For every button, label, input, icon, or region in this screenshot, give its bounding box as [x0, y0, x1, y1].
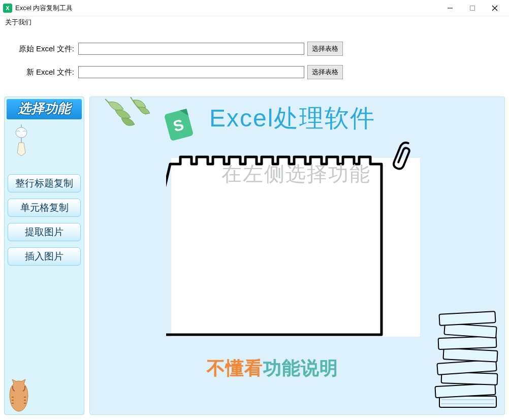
sidebar-btn-copy-cell[interactable]: 单元格复制	[8, 199, 81, 217]
content-placeholder: 在左侧选择功能	[164, 160, 428, 188]
new-file-row: 新 Excel 文件: 选择表格	[12, 65, 497, 79]
wind-chime-icon	[13, 124, 30, 155]
footer-part1: 不懂看	[207, 358, 263, 378]
file-picker-area: 原始 Excel 文件: 选择表格 新 Excel 文件: 选择表格	[0, 28, 509, 96]
excel-file-icon: S	[161, 107, 197, 145]
books-icon	[424, 305, 500, 411]
content-panel: S Excel处理软件 在左侧选择功能 不懂看功能说明	[89, 96, 505, 415]
new-file-browse-button[interactable]: 选择表格	[307, 65, 343, 79]
original-file-row: 原始 Excel 文件: 选择表格	[12, 42, 497, 56]
menu-about[interactable]: 关于我们	[2, 17, 35, 28]
svg-rect-12	[438, 336, 497, 349]
titlebar: X Excel 内容复制工具	[0, 0, 509, 16]
sidebar-btn-copy-row-title[interactable]: 整行标题复制	[8, 174, 81, 192]
svg-point-4	[16, 127, 27, 138]
original-file-label: 原始 Excel 文件:	[12, 44, 78, 54]
minimize-button[interactable]	[439, 1, 461, 15]
sidebar-btn-extract-image[interactable]: 提取图片	[8, 223, 81, 241]
maximize-button[interactable]	[461, 1, 484, 15]
cat-icon	[7, 377, 31, 412]
close-button[interactable]	[484, 1, 506, 15]
sidebar: 选择功能 整行标题复制 单元格复制 提取图片 插入图片	[4, 96, 84, 415]
svg-rect-7	[439, 396, 496, 407]
new-file-label: 新 Excel 文件:	[12, 68, 78, 77]
content-footer: 不懂看功能说明	[207, 356, 338, 381]
svg-rect-1	[470, 6, 475, 10]
original-file-browse-button[interactable]: 选择表格	[307, 42, 343, 56]
content-heading: Excel处理软件	[209, 102, 375, 135]
sidebar-btn-insert-image[interactable]: 插入图片	[8, 247, 81, 266]
svg-rect-14	[439, 311, 495, 326]
sidebar-title: 选择功能	[7, 99, 82, 119]
footer-part2: 功能说明	[263, 358, 338, 378]
app-icon: X	[3, 4, 12, 13]
menubar: 关于我们	[0, 16, 509, 28]
svg-rect-8	[435, 383, 496, 398]
leaves-icon	[100, 97, 161, 138]
svg-rect-11	[443, 348, 497, 362]
svg-rect-13	[444, 323, 496, 338]
window-title: Excel 内容复制工具	[15, 4, 439, 13]
new-file-input[interactable]	[78, 66, 304, 78]
original-file-input[interactable]	[78, 43, 304, 55]
